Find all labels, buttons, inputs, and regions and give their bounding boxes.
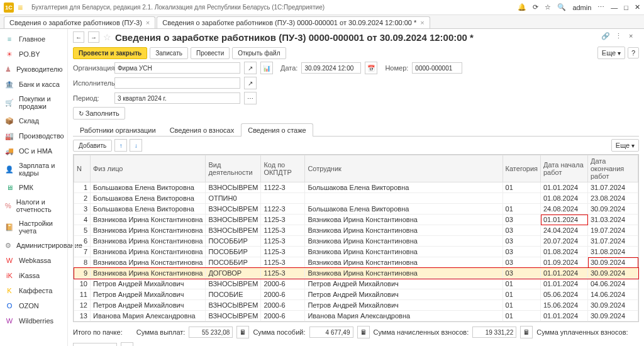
- subtab-contributions[interactable]: Сведения о взносах: [163, 123, 242, 137]
- period-input[interactable]: [114, 92, 240, 104]
- sidebar-label: Каффеста: [19, 287, 52, 294]
- calc-icon[interactable]: 🖩: [236, 326, 249, 338]
- totals-upl-label: Сумма уплаченных взносов:: [536, 328, 628, 336]
- favorite-icon[interactable]: ☆: [103, 32, 111, 42]
- calc-icon[interactable]: 🖩: [121, 342, 133, 346]
- totals-nach-input[interactable]: [472, 326, 516, 338]
- subtab-experience[interactable]: Сведения о стаже: [241, 123, 313, 137]
- num-input[interactable]: [412, 62, 462, 74]
- history-icon[interactable]: ⟳: [533, 3, 538, 11]
- search-icon[interactable]: 🔍: [557, 3, 566, 11]
- move-down-icon[interactable]: ↓: [130, 139, 142, 152]
- totals-sum-input[interactable]: [189, 326, 233, 338]
- col-vid[interactable]: Вид деятельности: [206, 155, 261, 182]
- table-row[interactable]: 3Большакова Елена ВикторовнаВЗНОСЫВРЕМ11…: [74, 204, 638, 215]
- exec-open-icon[interactable]: ↗: [244, 77, 257, 89]
- close-icon[interactable]: ✕: [635, 3, 640, 11]
- col-sotr[interactable]: Сотрудник: [305, 155, 502, 182]
- maximize-icon[interactable]: □: [624, 4, 628, 11]
- post-close-button[interactable]: Провести и закрыть: [73, 47, 147, 59]
- col-d2[interactable]: Дата окончания работ: [588, 155, 638, 182]
- sidebar-item[interactable]: ≡Главное: [0, 31, 67, 47]
- sidebar-label: iKassa: [19, 272, 40, 279]
- sidebar-item[interactable]: 👤Зарплата и кадры: [0, 159, 67, 180]
- sidebar-item[interactable]: 🛒Покупки и продажи: [0, 92, 67, 113]
- table-row[interactable]: 13Иванова Мария АлександровнаВЗНОСЫВРЕМ2…: [74, 311, 638, 321]
- table-row[interactable]: 11Петров Андрей МихайловичПОСОБИЕ2000-6П…: [74, 289, 638, 300]
- burger-icon[interactable]: ≡: [18, 3, 28, 13]
- help-icon[interactable]: ?: [628, 47, 639, 59]
- menu-icon[interactable]: ⋮: [615, 32, 625, 42]
- nav-fwd-icon[interactable]: →: [88, 31, 99, 43]
- sidebar-item[interactable]: ♟Руководителю: [0, 62, 67, 77]
- period-select-icon[interactable]: ⋯: [244, 92, 257, 104]
- table-row[interactable]: 7Вязникова Ирина КонстантиновнаПОСОББИР1…: [74, 247, 638, 257]
- close-doc-icon[interactable]: ×: [629, 32, 639, 42]
- date-input[interactable]: [301, 62, 361, 74]
- sidebar-item[interactable]: %Налоги и отчетность: [0, 195, 67, 216]
- more-button[interactable]: Еще ▾: [597, 47, 625, 59]
- table-row[interactable]: 5Вязникова Ирина КонстантиновнаВЗНОСЫВРЕ…: [74, 225, 638, 236]
- exec-input[interactable]: [114, 77, 240, 89]
- org-open-icon[interactable]: ↗: [244, 62, 257, 74]
- sidebar-item[interactable]: WWildberries: [0, 313, 67, 328]
- sidebar-item[interactable]: 📔Настройки учета: [0, 216, 67, 238]
- sidebar-label: Wildberries: [19, 317, 53, 325]
- sidebar-item[interactable]: 🏭Производство: [0, 128, 67, 143]
- totals-posob-input[interactable]: [309, 326, 353, 338]
- bell-icon[interactable]: 🔔: [518, 3, 526, 11]
- table-row[interactable]: 1Большакова Елена ВикторовнаВЗНОСЫВРЕМ11…: [74, 182, 638, 193]
- save-button[interactable]: Записать: [150, 47, 188, 59]
- tab-list[interactable]: Сведения о заработке работников (ПУ-3)×: [4, 16, 155, 28]
- org-input[interactable]: [114, 62, 240, 74]
- sidebar-item[interactable]: 🚚ОС и НМА: [0, 143, 67, 159]
- user-label[interactable]: admin: [572, 4, 591, 11]
- sidebar-label: Настройки учета: [19, 220, 62, 235]
- table-row[interactable]: 2Большакова Елена ВикторовнаОТПИН001.08.…: [74, 193, 638, 204]
- totals-upl-input[interactable]: [73, 343, 117, 346]
- fill-button[interactable]: ↻ Заполнить: [73, 107, 125, 120]
- minimize-icon[interactable]: —: [611, 4, 618, 11]
- app-logo: 1C: [4, 3, 14, 13]
- add-row-button[interactable]: Добавить: [73, 140, 112, 152]
- tabbar: Сведения о заработке работников (ПУ-3)× …: [0, 15, 644, 29]
- grid-more-button[interactable]: Еще ▾: [611, 139, 639, 152]
- table-row[interactable]: 12Петров Андрей МихайловичВЗНОСЫВРЕМ2000…: [74, 300, 638, 311]
- subtab-workers[interactable]: Работники организации: [73, 123, 163, 137]
- table-row[interactable]: 10Петров Андрей МихайловичВЗНОСЫВРЕМ2000…: [74, 279, 638, 289]
- col-fiz[interactable]: Физ лицо: [91, 155, 206, 182]
- table-row[interactable]: 8Вязникова Ирина КонстантиновнаПОСОББИР1…: [74, 257, 638, 268]
- table-row[interactable]: 6Вязникова Ирина КонстантиновнаПОСОББИР1…: [74, 236, 638, 247]
- col-kat[interactable]: Категория: [502, 155, 540, 182]
- star-icon[interactable]: ☆: [545, 3, 551, 11]
- calc-icon[interactable]: 🖩: [357, 326, 370, 338]
- sidebar-item[interactable]: 📦Склад: [0, 113, 67, 128]
- calendar-icon[interactable]: 📅: [365, 62, 377, 74]
- move-up-icon[interactable]: ↑: [114, 139, 127, 152]
- settings-icon[interactable]: ⋯: [597, 3, 604, 11]
- sidebar-item[interactable]: ☀PO.BY: [0, 47, 67, 62]
- tab-close-icon[interactable]: ×: [420, 19, 424, 26]
- attach-icon[interactable]: 🔗: [601, 32, 611, 42]
- col-okpdtr[interactable]: Код по ОКПДТР: [261, 155, 305, 182]
- table-row[interactable]: 9Вязникова Ирина КонстантиновнаДОГОВОР11…: [74, 268, 638, 279]
- nav-back-icon[interactable]: ←: [73, 31, 84, 43]
- totals-sum-label: Сумма выплат:: [136, 328, 186, 336]
- post-button[interactable]: Провести: [191, 47, 230, 59]
- col-n[interactable]: N: [74, 155, 91, 182]
- tab-document[interactable]: Сведения о заработке работников (ПУ-3) 0…: [157, 16, 430, 28]
- date-label: Дата:: [280, 64, 297, 72]
- sidebar-item[interactable]: WWebkassa: [0, 253, 67, 268]
- sidebar-item[interactable]: KКаффеста: [0, 283, 67, 298]
- sidebar-item[interactable]: iKiKassa: [0, 268, 67, 283]
- sidebar-item[interactable]: 🏦Банк и касса: [0, 77, 67, 92]
- report-icon[interactable]: 📊: [260, 62, 273, 74]
- sidebar-item[interactable]: 🖥РМК: [0, 180, 67, 195]
- sidebar-item[interactable]: OOZON: [0, 298, 67, 313]
- tab-close-icon[interactable]: ×: [146, 19, 150, 26]
- col-d1[interactable]: Дата начала работ: [541, 155, 588, 182]
- table-row[interactable]: 4Вязникова Ирина КонстантиновнаВЗНОСЫВРЕ…: [74, 215, 638, 225]
- sidebar-item[interactable]: ⚙Администрирование: [0, 238, 67, 253]
- open-file-button[interactable]: Открыть файл: [232, 47, 286, 59]
- calc-icon[interactable]: 🖩: [520, 326, 533, 338]
